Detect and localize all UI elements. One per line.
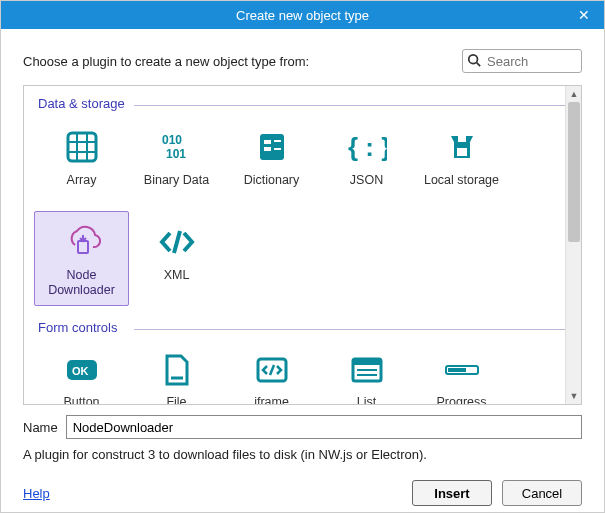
- plugin-item-button[interactable]: OK Button: [34, 340, 129, 404]
- prompt-text: Choose a plugin to create a new object t…: [23, 54, 309, 69]
- section-divider: [134, 105, 571, 106]
- xml-icon: [158, 227, 196, 257]
- plugin-item-progress[interactable]: Progress: [414, 340, 509, 404]
- plugin-list-pane: Data & storage Array 010101 Binary Data: [23, 85, 582, 405]
- plugin-label: XML: [160, 268, 194, 283]
- file-icon: [163, 354, 191, 386]
- svg-rect-15: [457, 148, 467, 156]
- svg-text:OK: OK: [72, 365, 89, 377]
- section-grid-data-storage: Array 010101 Binary Data Dictionary: [34, 116, 571, 306]
- search-wrapper: [462, 49, 582, 73]
- plugin-label: List: [353, 395, 380, 404]
- section-divider: [134, 329, 571, 330]
- svg-text:101: 101: [166, 147, 186, 161]
- section-title-form-controls: Form controls: [38, 320, 117, 335]
- plugin-label: Local storage: [420, 173, 503, 188]
- plugin-label: Array: [63, 173, 101, 188]
- plugin-item-json[interactable]: { : } JSON: [319, 116, 414, 211]
- plugin-label: Dictionary: [240, 173, 304, 188]
- plugin-item-node-downloader[interactable]: Node Downloader: [34, 211, 129, 306]
- scroll-up-arrow-icon[interactable]: ▲: [566, 86, 582, 102]
- section-grid-form-controls: OK Button File iframe: [34, 340, 571, 404]
- svg-rect-9: [260, 134, 284, 160]
- svg-line-24: [270, 365, 274, 375]
- help-link[interactable]: Help: [23, 486, 50, 501]
- close-button[interactable]: ✕: [564, 1, 604, 29]
- svg-rect-12: [274, 140, 281, 142]
- svg-point-0: [469, 55, 478, 64]
- plugin-item-file[interactable]: File: [129, 340, 224, 404]
- plugin-label: Node Downloader: [35, 268, 128, 298]
- scroll-down-arrow-icon[interactable]: ▼: [566, 388, 582, 404]
- svg-rect-13: [274, 148, 281, 150]
- name-input[interactable]: [66, 415, 582, 439]
- dictionary-icon: [255, 130, 289, 164]
- plugin-description: A plugin for construct 3 to download fil…: [23, 447, 582, 462]
- section-title-data-storage: Data & storage: [38, 96, 125, 111]
- scrollbar-thumb[interactable]: [568, 102, 580, 242]
- insert-button[interactable]: Insert: [412, 480, 492, 506]
- plugin-label: File: [162, 395, 190, 404]
- svg-text:{ : }: { : }: [348, 132, 387, 162]
- svg-line-19: [174, 231, 180, 253]
- button-icon: OK: [64, 357, 100, 383]
- plugin-label: Binary Data: [140, 173, 213, 188]
- progress-icon: [444, 363, 480, 377]
- svg-rect-10: [264, 140, 271, 144]
- svg-rect-26: [353, 359, 381, 365]
- plugin-item-binary-data[interactable]: 010101 Binary Data: [129, 116, 224, 211]
- array-icon: [65, 130, 99, 164]
- cancel-button[interactable]: Cancel: [502, 480, 582, 506]
- local-storage-icon: [445, 130, 479, 164]
- svg-line-1: [477, 63, 481, 67]
- list-icon: [350, 356, 384, 384]
- dialog-titlebar: Create new object type ✕: [1, 1, 604, 29]
- plugin-item-xml[interactable]: XML: [129, 211, 224, 306]
- close-icon: ✕: [578, 7, 590, 23]
- svg-rect-11: [264, 147, 271, 151]
- svg-rect-30: [448, 368, 466, 372]
- scrollbar[interactable]: ▲ ▼: [565, 86, 581, 404]
- dialog-title: Create new object type: [236, 8, 369, 23]
- plugin-label: JSON: [346, 173, 387, 188]
- svg-rect-16: [458, 136, 466, 142]
- plugin-label: iframe: [250, 395, 293, 404]
- plugin-item-local-storage[interactable]: Local storage: [414, 116, 509, 211]
- plugin-label: Progress: [432, 395, 490, 404]
- plugin-item-dictionary[interactable]: Dictionary: [224, 116, 319, 211]
- iframe-icon: [255, 356, 289, 384]
- binary-icon: 010101: [160, 132, 194, 162]
- svg-rect-17: [78, 241, 88, 253]
- svg-rect-2: [68, 133, 96, 161]
- plugin-item-array[interactable]: Array: [34, 116, 129, 211]
- plugin-item-list[interactable]: List: [319, 340, 414, 404]
- plugin-label: Button: [59, 395, 103, 404]
- plugin-item-iframe[interactable]: iframe: [224, 340, 319, 404]
- node-downloader-icon: [63, 225, 101, 259]
- search-icon: [467, 53, 481, 67]
- json-icon: { : }: [347, 130, 387, 164]
- name-label: Name: [23, 420, 58, 435]
- svg-text:010: 010: [162, 133, 182, 147]
